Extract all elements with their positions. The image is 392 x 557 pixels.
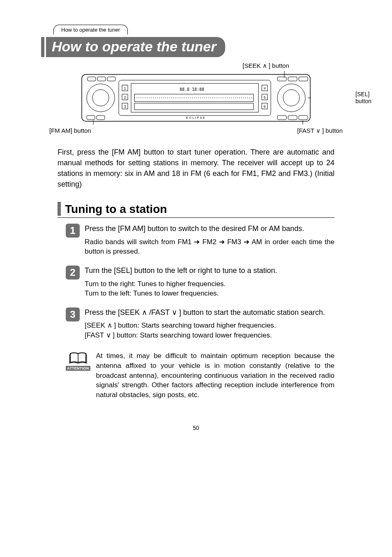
svg-rect-24 [88,77,96,81]
step-2: 2 Turn the [SEL] button to the left or r… [66,266,334,305]
svg-rect-27 [277,77,286,81]
breadcrumb-tab: How to operate the tuner [53,25,128,35]
page-title: How to operate the tuner [46,37,225,57]
svg-rect-31 [97,116,105,120]
intro-paragraph: First, press the [FM AM] button to start… [58,147,334,190]
attention-block: ATTENTION At times, it may be difficult … [66,351,334,400]
svg-text:88.8  18:88: 88.8 18:88 [180,87,204,92]
stereo-diagram: [SEEK ∧ ] button 1 2 3 4 5 6 88.8 18:88 [41,62,351,134]
section-heading-row: Tuning to a station [58,202,351,216]
fast-button-label: [FAST ∨ ] button [297,127,343,134]
svg-text:5: 5 [263,95,265,99]
svg-rect-32 [277,116,286,120]
attention-text: At times, it may be difficult to maintai… [96,351,334,400]
svg-rect-34 [299,116,308,120]
step-3-desc: [SEEK ∧ ] button: Starts searching towar… [85,321,334,340]
section-underline [58,217,334,218]
svg-rect-22 [134,103,254,110]
section-heading-accent [58,202,61,216]
svg-text:2: 2 [124,95,126,99]
breadcrumb-tab-row: How to operate the tuner [53,25,351,35]
step-2-title: Turn the [SEL] button to the left or rig… [85,266,334,275]
section-heading: Tuning to a station [65,202,167,216]
sel-button-label: [SEL] button [355,91,371,105]
svg-point-2 [92,90,109,106]
svg-text:3: 3 [124,104,126,109]
svg-rect-29 [299,77,308,81]
attention-icon: ATTENTION [66,351,90,371]
svg-rect-26 [107,77,115,81]
svg-text:1: 1 [124,86,126,90]
page-number: 50 [41,425,351,431]
step-number-badge: 2 [66,266,80,280]
svg-text:4: 4 [263,86,265,90]
step-1-title: Press the [FM AM] button to switch to th… [85,224,334,233]
step-3: 3 Press the [SEEK ∧ /FAST ∨ ] button to … [66,307,334,347]
book-icon [69,351,88,365]
svg-rect-30 [87,116,95,120]
step-number-badge: 1 [66,224,80,238]
svg-rect-28 [288,77,297,81]
step-2-desc: Turn to the right: Tunes to higher frequ… [85,279,334,299]
attention-label: ATTENTION [66,366,90,371]
svg-text:ECLIPSE: ECLIPSE [186,116,206,120]
step-number-badge: 3 [66,307,80,321]
svg-text:6: 6 [263,104,265,109]
fm-am-button-label: [FM AM] button [49,127,91,134]
step-1-desc: Radio bands will switch from FM1 ➜ FM2 ➜… [85,237,334,257]
page-title-bar: How to operate the tuner [41,37,351,57]
svg-point-4 [283,90,300,106]
step-1: 1 Press the [FM AM] button to switch to … [66,224,334,263]
seek-button-label: [SEEK ∧ ] button [181,62,351,69]
svg-rect-25 [97,77,106,81]
svg-rect-33 [288,116,297,120]
step-3-title: Press the [SEEK ∧ /FAST ∨ ] button to st… [85,307,334,317]
car-stereo-illustration: 1 2 3 4 5 6 88.8 18:88 ECLIPSE [81,71,311,125]
title-accent [41,37,44,57]
